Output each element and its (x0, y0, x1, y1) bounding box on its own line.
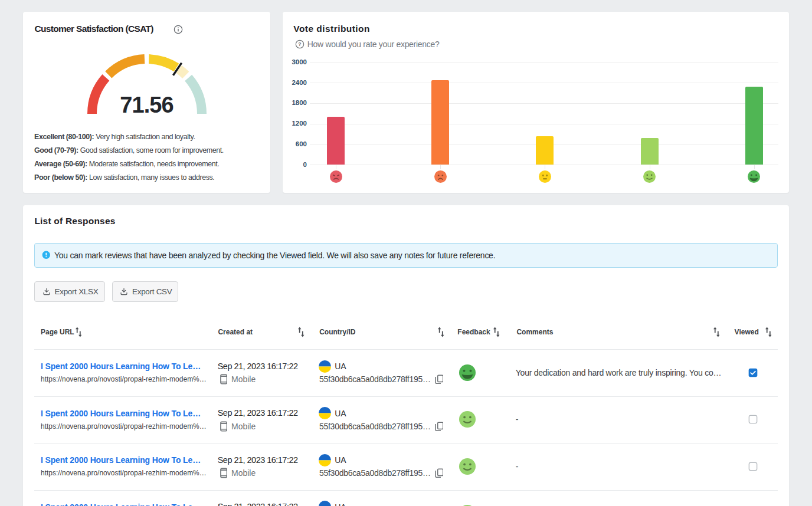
svg-text:?: ? (298, 41, 301, 47)
